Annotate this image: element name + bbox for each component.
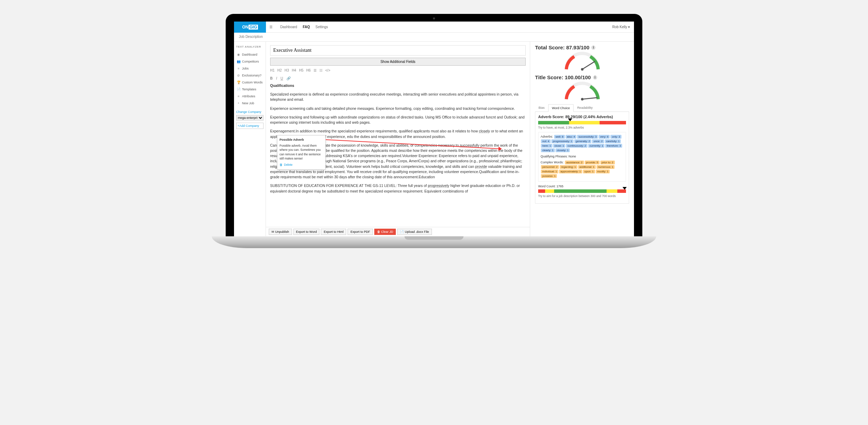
file-icon: 📄 [237, 88, 240, 91]
code-icon[interactable]: </> [325, 68, 330, 72]
unpublish-button[interactable]: ✉ Unpublish [269, 229, 292, 235]
underline-icon[interactable]: U [281, 76, 283, 80]
flagged-word-provide[interactable]: provide [475, 164, 487, 169]
sidebar-item-new-job[interactable]: +New Job [236, 100, 264, 107]
job-title-input[interactable] [270, 45, 526, 56]
h2-button[interactable]: H2 [277, 68, 282, 72]
link-icon[interactable]: 🔗 [286, 76, 291, 80]
menu-toggle-icon[interactable]: ☰ [266, 25, 276, 29]
sidebar-item-jobs[interactable]: ≡Jobs [236, 65, 264, 72]
trash-icon: 🗑 [279, 163, 283, 167]
sidebar-item-exclusionary[interactable]: ⊘Exclusionary? [236, 72, 264, 79]
export-html-button[interactable]: Export to Html [321, 229, 346, 235]
adverb-chip[interactable]: successfully: 3 [577, 135, 598, 139]
complex-word-chip[interactable]: possess: 1 [541, 174, 557, 178]
laptop-base [212, 236, 656, 248]
format-toolbar: H1 H2 H3 H4 H5 H6 ☰ ☷ </> B I [270, 68, 526, 80]
complex-word-chip[interactable]: personnel: 2 [541, 165, 559, 169]
h1-button[interactable]: H1 [270, 68, 275, 72]
sidebar-item-competitors[interactable]: 👥Competitors [236, 58, 264, 65]
adverb-chip[interactable]: therefore: 3 [605, 144, 622, 148]
adverb-chip[interactable]: very: 6 [599, 135, 610, 139]
adverb-chip[interactable]: here: 1 [541, 144, 552, 148]
adverb-chip[interactable]: close: 1 [553, 144, 566, 148]
adverb-chip[interactable]: well: 8 [554, 135, 565, 139]
adverb-chip[interactable]: continuously: 2 [566, 144, 587, 148]
export-word-button[interactable]: Export to Word [293, 229, 320, 235]
title-score-label: Title Score: 100.00/100 i [535, 74, 629, 80]
trophy-icon: 🏆 [237, 81, 240, 84]
tab-bias[interactable]: Bias [535, 104, 548, 112]
topbar: ONGIG ☰ Dashboard FAQ Settings Rob Kelly… [234, 22, 634, 33]
adverb-chip[interactable]: only: 3 [610, 135, 621, 139]
ban-icon: ⊘ [237, 74, 240, 77]
camera-dot [433, 17, 435, 19]
tab-readability[interactable]: Readability [574, 104, 596, 112]
sidebar-item-dashboard[interactable]: ◉Dashboard [236, 51, 264, 58]
logo[interactable]: ONGIG [234, 22, 266, 33]
adverb-chip[interactable]: not: 4 [541, 139, 551, 143]
h5-button[interactable]: H5 [299, 68, 303, 72]
adverb-chip[interactable]: carefully: 1 [605, 139, 621, 143]
bullet-list-icon[interactable]: ☰ [314, 68, 317, 72]
h6-button[interactable]: H6 [306, 68, 311, 72]
laptop-mockup: ONGIG ☰ Dashboard FAQ Settings Rob Kelly… [226, 14, 642, 248]
export-bar: ✉ Unpublish Export to Word Export to Htm… [266, 227, 530, 236]
popup-delete-button[interactable]: 🗑 Delete [279, 163, 323, 167]
title-score-gauge [561, 82, 603, 101]
analysis-tabs: Bias Word Choice Readability [535, 104, 629, 112]
flagged-word-closely[interactable]: closely [479, 129, 490, 133]
gauge-icon: ◉ [237, 53, 240, 56]
info-icon[interactable]: i [593, 75, 597, 80]
company-select[interactable]: mega-enterprises [236, 115, 264, 121]
tab-word-choice[interactable]: Word Choice [548, 104, 574, 112]
italic-icon[interactable]: I [276, 76, 277, 80]
adverb-chip[interactable]: progressively: 1 [551, 139, 574, 143]
clear-jd-button[interactable]: 🗑 Clear JD [374, 229, 396, 235]
adverb-score-bar [538, 121, 626, 124]
export-pdf-button[interactable]: Export to PDF [348, 229, 373, 235]
complex-word-chip[interactable]: numerous: 1 [596, 165, 615, 169]
user-menu[interactable]: Rob Kelly ▾ [612, 25, 634, 29]
nav-settings[interactable]: Settings [315, 25, 328, 29]
complex-word-chip[interactable]: upon: 1 [583, 170, 595, 173]
top-nav: Dashboard FAQ Settings [276, 25, 328, 29]
h4-button[interactable]: H4 [292, 68, 296, 72]
sidebar-item-templates[interactable]: 📄Templates [236, 86, 264, 93]
upload-docx-button[interactable]: 📄 Upload .docx File [397, 229, 432, 235]
bold-icon[interactable]: B [270, 76, 273, 80]
show-additional-fields-button[interactable]: Show Additional Fields [270, 58, 526, 66]
change-company-link[interactable]: Change Company [236, 110, 264, 114]
info-icon[interactable]: i [591, 46, 595, 50]
adverb-chip[interactable]: generally: 2 [574, 139, 591, 143]
svg-line-3 [582, 98, 598, 99]
complex-word-chip[interactable]: provide: 5 [585, 161, 600, 164]
list-icon: ≡ [237, 67, 240, 70]
adverb-chip[interactable]: clearly: 1 [541, 148, 555, 152]
word-count-hint: Try to aim for a job description between… [538, 194, 626, 198]
adverb-score-title: Adverb Score: 89.29/100 (2.44% Adverbs) [538, 115, 626, 119]
sidebar-item-custom-words[interactable]: 🏆Custom Words [236, 79, 264, 86]
complex-word-chip[interactable]: individual: 1 [541, 170, 558, 173]
adverb-chip[interactable]: also: 4 [566, 135, 577, 139]
nav-dashboard[interactable]: Dashboard [280, 25, 297, 29]
complex-word-chip[interactable]: approximately: 1 [559, 170, 582, 173]
adverb-chip[interactable]: once: 2 [592, 139, 604, 143]
adverb-chips-box: Adverbs: well: 8also: 4successfully: 3ve… [538, 132, 626, 182]
sidebar-item-attributes[interactable]: ≡Attributes [236, 93, 264, 100]
complex-word-chip[interactable]: modify: 1 [596, 170, 610, 173]
adverb-chip[interactable]: closely: 1 [556, 148, 570, 152]
complex-word-chip[interactable]: additional: 1 [578, 165, 596, 169]
numbered-list-icon[interactable]: ☷ [319, 68, 323, 72]
add-company-button[interactable]: +Add Company [236, 123, 264, 129]
complex-word-chip[interactable]: assistance: 2 [565, 161, 584, 164]
adverb-chip[interactable]: currently: 1 [588, 144, 605, 148]
complex-word-chip[interactable]: prior to: 2 [600, 161, 615, 164]
adverb-hint: Try to have, at most, 2.3% adverbs [538, 126, 626, 129]
complex-word-chip[interactable]: regarding: 1 [560, 165, 577, 169]
editor-content[interactable]: Qualifications Specialized experience is… [270, 83, 526, 215]
list-icon: ≡ [237, 95, 240, 98]
flagged-word-progressively[interactable]: progressively [428, 183, 449, 188]
nav-faq[interactable]: FAQ [303, 25, 310, 29]
h3-button[interactable]: H3 [285, 68, 289, 72]
